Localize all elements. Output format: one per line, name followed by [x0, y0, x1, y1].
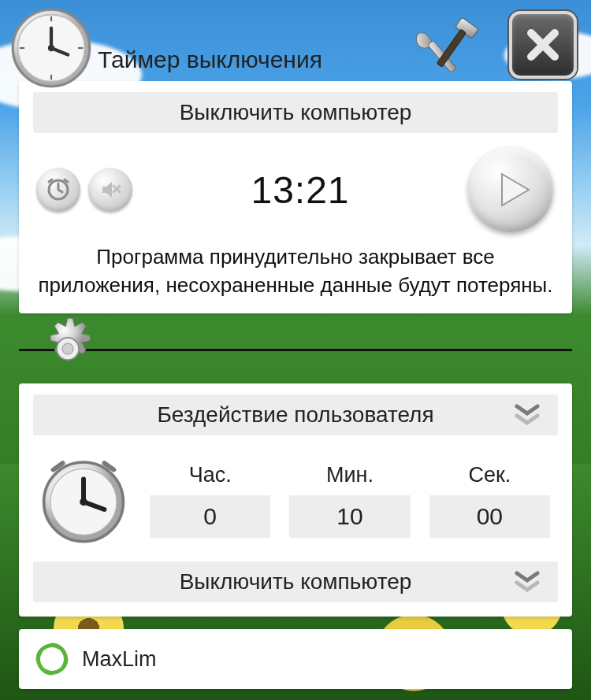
seconds-input[interactable]: 00: [429, 495, 550, 538]
schedule-button[interactable]: [36, 168, 80, 212]
close-icon: [523, 25, 563, 65]
svg-point-19: [80, 498, 87, 506]
chevron-down-icon: [514, 570, 541, 594]
brand-label: MaxLim: [82, 647, 157, 672]
footer: MaxLim: [19, 629, 572, 689]
hours-input[interactable]: 0: [150, 495, 270, 538]
close-button[interactable]: [509, 11, 577, 79]
section-divider: [19, 329, 572, 369]
gear-icon[interactable]: [33, 314, 102, 383]
action-label-bar: Выключить компьютер: [33, 92, 558, 133]
brand-icon: [33, 640, 71, 678]
seconds-label: Сек.: [429, 463, 550, 487]
app-window: Таймер выключения Выключить компьютер: [19, 9, 572, 689]
time-inputs: Час. Мин. Сек. 0 10 00: [33, 446, 558, 561]
warning-text: Программа принудительно закрывает все пр…: [33, 239, 558, 302]
mute-button[interactable]: [88, 168, 132, 212]
clock-icon: [9, 6, 93, 90]
time-row: 13:21: [33, 133, 558, 239]
action-card: Выключить компьютер 13:21: [19, 81, 572, 313]
mute-icon: [98, 177, 123, 202]
trigger-select-label: Бездействие пользователя: [157, 402, 433, 428]
app-title: Таймер выключения: [98, 46, 322, 78]
play-button[interactable]: [468, 147, 553, 232]
minutes-input[interactable]: 10: [289, 495, 410, 538]
play-icon: [494, 170, 533, 209]
hours-label: Час.: [150, 463, 270, 487]
trigger-select[interactable]: Бездействие пользователя: [33, 394, 558, 435]
tools-icon[interactable]: [413, 9, 485, 82]
schedule-icon: [46, 177, 71, 202]
time-display: 13:21: [251, 169, 349, 212]
header: Таймер выключения: [19, 9, 572, 78]
timer-clock-icon: [36, 453, 131, 547]
svg-point-8: [48, 45, 54, 51]
chevron-down-icon: [514, 403, 541, 427]
action-select[interactable]: Выключить компьютер: [33, 561, 558, 602]
svg-point-14: [62, 343, 73, 354]
settings-card: Бездействие пользователя Час. Мин.: [19, 383, 572, 617]
minutes-label: Мин.: [289, 463, 410, 487]
action-select-label: Выключить компьютер: [180, 569, 412, 594]
